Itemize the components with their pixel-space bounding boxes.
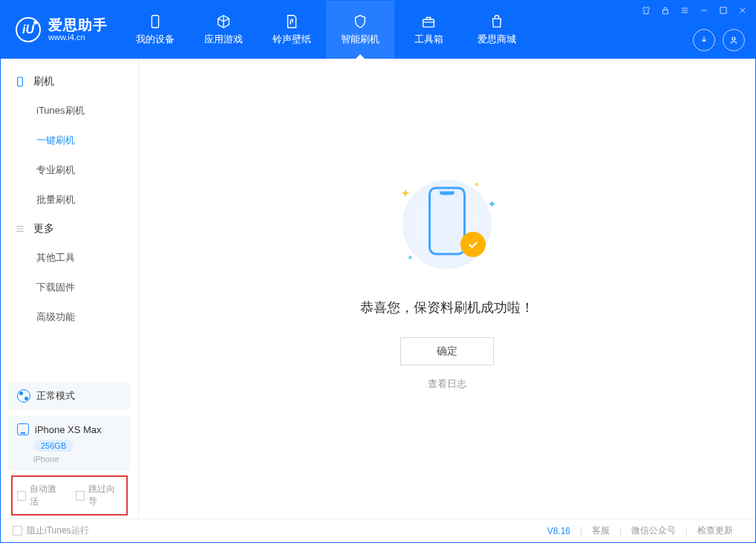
footer-right: V8.16 客服 微信公众号 检查更新: [537, 524, 743, 537]
checkbox-label: 自动激活: [30, 483, 63, 508]
checkbox-auto-activate[interactable]: 自动激活: [17, 483, 64, 508]
device-card[interactable]: iPhone XS Max 256GB iPhone: [8, 416, 131, 471]
shield-icon: [351, 13, 370, 30]
header: iU 爱思助手 www.i4.cn 我的设备 应用游戏 铃声壁纸 智能刷机: [1, 1, 755, 59]
check-icon: [460, 232, 486, 257]
success-message: 恭喜您，保资料刷机成功啦！: [360, 299, 534, 316]
footer-link-update[interactable]: 检查更新: [687, 524, 743, 537]
main-content: 恭喜您，保资料刷机成功啦！ 确定 查看日志: [139, 59, 755, 518]
logo-area: iU 爱思助手 www.i4.cn: [1, 1, 121, 59]
logo-text: 爱思助手 www.i4.cn: [48, 18, 108, 42]
phone-icon: [14, 76, 26, 88]
lock-icon[interactable]: [660, 5, 671, 16]
sidebar-item-pro-flash[interactable]: 专业刷机: [1, 155, 138, 185]
nav-tabs: 我的设备 应用游戏 铃声壁纸 智能刷机 工具箱 爱思商城: [121, 1, 531, 59]
svg-rect-2: [663, 10, 668, 13]
tab-toolbox[interactable]: 工具箱: [394, 1, 463, 59]
device-type: iPhone: [33, 455, 122, 464]
checkbox-icon: [13, 526, 22, 536]
user-button[interactable]: [723, 29, 745, 51]
tab-store[interactable]: 爱思商城: [463, 1, 531, 59]
tab-label: 智能刷机: [341, 33, 379, 46]
tab-apps-games[interactable]: 应用游戏: [189, 1, 258, 59]
checkbox-label: 阻止iTunes运行: [27, 524, 89, 537]
shirt-icon[interactable]: [641, 5, 651, 16]
tab-ringtone-wallpaper[interactable]: 铃声壁纸: [258, 1, 326, 59]
group-label: 更多: [33, 222, 54, 235]
device-small-icon: [17, 423, 29, 435]
group-label: 刷机: [33, 75, 54, 88]
app-title: 爱思助手: [48, 18, 108, 33]
logo-icon: iU: [16, 17, 41, 42]
tab-label: 爱思商城: [478, 33, 516, 46]
sidebar-item-itunes-flash[interactable]: iTunes刷机: [1, 96, 138, 126]
header-round-buttons: [693, 29, 745, 51]
footer: 阻止iTunes运行 V8.16 客服 微信公众号 检查更新: [1, 518, 755, 542]
version-label: V8.16: [537, 526, 581, 536]
list-icon: [14, 223, 26, 235]
footer-link-support[interactable]: 客服: [581, 524, 620, 537]
checkbox-highlight-box: 自动激活 跳过向导: [11, 475, 128, 516]
minimize-icon[interactable]: [699, 5, 709, 16]
close-icon[interactable]: [737, 5, 748, 16]
app-window: iU 爱思助手 www.i4.cn 我的设备 应用游戏 铃声壁纸 智能刷机: [0, 0, 756, 543]
svg-point-4: [732, 37, 735, 40]
view-log-link[interactable]: 查看日志: [428, 377, 466, 391]
mode-icon: [17, 389, 30, 403]
cube-icon: [214, 13, 233, 30]
tab-label: 工具箱: [414, 33, 443, 46]
tab-label: 我的设备: [136, 33, 175, 46]
checkbox-block-itunes[interactable]: 阻止iTunes运行: [13, 524, 89, 537]
sidebar-scroll: 刷机 iTunes刷机 一键刷机 专业刷机 批量刷机 更多 其他工具 下载固件 …: [1, 59, 138, 374]
svg-rect-0: [151, 16, 158, 28]
sidebar-group-flash: 刷机: [1, 68, 138, 96]
maximize-icon[interactable]: [718, 5, 729, 16]
status-card[interactable]: 正常模式: [8, 382, 131, 410]
toolbox-icon: [419, 13, 438, 30]
success-illustration: [395, 172, 499, 276]
device-name: iPhone XS Max: [35, 424, 102, 435]
body: 刷机 iTunes刷机 一键刷机 专业刷机 批量刷机 更多 其他工具 下载固件 …: [1, 59, 755, 518]
svg-rect-3: [720, 7, 726, 13]
sidebar-item-oneclick-flash[interactable]: 一键刷机: [1, 126, 138, 155]
music-file-icon: [282, 13, 302, 30]
app-subtitle: www.i4.cn: [48, 33, 108, 42]
confirm-button[interactable]: 确定: [400, 337, 494, 365]
sidebar-item-batch-flash[interactable]: 批量刷机: [1, 185, 138, 215]
checkbox-label: 跳过向导: [88, 483, 122, 508]
svg-rect-1: [423, 19, 434, 27]
footer-link-wechat[interactable]: 微信公众号: [621, 524, 686, 537]
checkbox-skip-guide[interactable]: 跳过向导: [76, 483, 123, 508]
sidebar-item-advanced[interactable]: 高级功能: [1, 302, 138, 332]
tab-smart-flash[interactable]: 智能刷机: [326, 1, 394, 59]
download-button[interactable]: [693, 29, 715, 51]
device-storage-badge: 256GB: [33, 440, 74, 452]
tab-label: 应用游戏: [204, 33, 243, 46]
mode-text: 正常模式: [36, 389, 75, 403]
checkbox-icon: [17, 491, 26, 501]
sidebar-item-download-firmware[interactable]: 下载固件: [1, 273, 138, 302]
sidebar-bottom: 正常模式 iPhone XS Max 256GB iPhone 自动激活: [1, 374, 138, 518]
bag-icon: [487, 13, 506, 30]
tab-label: 铃声壁纸: [273, 33, 311, 46]
svg-rect-5: [18, 77, 23, 86]
sidebar-group-more: 更多: [1, 215, 138, 243]
sidebar-item-other-tools[interactable]: 其他工具: [1, 243, 138, 273]
sidebar: 刷机 iTunes刷机 一键刷机 专业刷机 批量刷机 更多 其他工具 下载固件 …: [1, 59, 139, 518]
menu-icon[interactable]: [680, 5, 690, 16]
tab-my-device[interactable]: 我的设备: [121, 1, 189, 59]
checkbox-icon: [76, 491, 85, 501]
window-controls: [641, 5, 748, 16]
device-icon: [146, 13, 165, 30]
